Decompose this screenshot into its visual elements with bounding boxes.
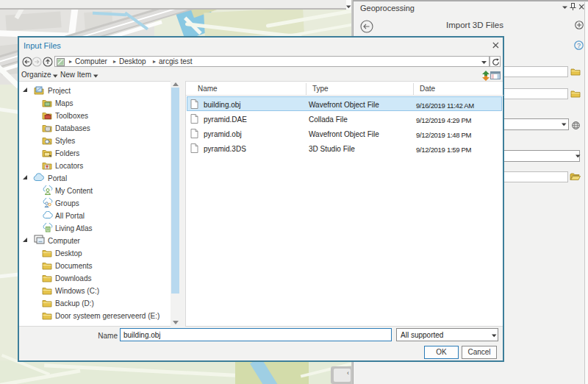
svg-text:?: ? [577, 42, 581, 49]
